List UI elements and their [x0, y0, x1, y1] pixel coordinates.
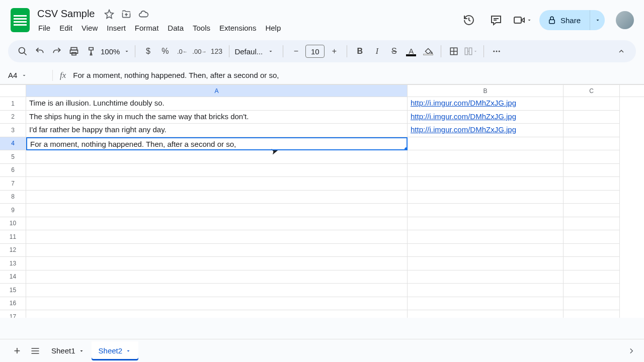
menu-format[interactable]: Format [131, 22, 163, 34]
col-header-B[interactable]: B [408, 85, 564, 97]
cell-A6[interactable] [26, 164, 408, 177]
selection-handle[interactable] [405, 147, 408, 150]
merge-button[interactable] [463, 44, 478, 59]
bold-button[interactable]: B [352, 44, 367, 59]
cell-B10[interactable] [408, 217, 564, 231]
doc-title[interactable]: CSV Sample [34, 7, 98, 21]
share-more-button[interactable] [590, 10, 605, 30]
cell-B14[interactable] [408, 270, 564, 284]
menu-tools[interactable]: Tools [189, 22, 214, 34]
cell-C13[interactable] [564, 257, 620, 270]
formula-bar[interactable]: For a moment, nothing happened. Then, af… [73, 71, 279, 79]
cell-A10[interactable] [26, 217, 408, 231]
zoom-select[interactable]: 100% [101, 47, 130, 56]
cell-B6[interactable] [408, 164, 564, 177]
col-header-C[interactable]: C [564, 85, 620, 97]
cell-B11[interactable] [408, 230, 564, 244]
cell-A1[interactable]: Time is an illusion. Lunchtime doubly so… [26, 97, 408, 111]
cell-C6[interactable] [564, 164, 620, 177]
row-header[interactable]: 13 [0, 257, 26, 270]
cell-A3[interactable]: I'd far rather be happy than right any d… [26, 124, 408, 137]
cell-A2[interactable]: The ships hung in the sky in much the sa… [26, 111, 408, 124]
name-box[interactable]: A4 [8, 71, 52, 79]
chevron-down-icon[interactable] [78, 348, 85, 354]
chevron-down-icon[interactable] [125, 348, 131, 354]
cell-C3[interactable] [564, 124, 620, 137]
cell-B7[interactable] [408, 177, 564, 191]
menu-help[interactable]: Help [261, 22, 285, 34]
all-sheets-button[interactable] [26, 342, 44, 360]
format-123-button[interactable]: 123 [209, 44, 224, 59]
menu-edit[interactable]: Edit [55, 22, 76, 34]
cell-B17[interactable] [408, 310, 564, 318]
cell-C10[interactable] [564, 217, 620, 231]
cell-A9[interactable] [26, 204, 408, 217]
cell-B4[interactable] [408, 137, 564, 151]
row-header[interactable]: 11 [0, 230, 26, 244]
cell-B1[interactable]: http://i.imgur.com/DMhZxJG.jpg [408, 97, 564, 111]
row-header[interactable]: 6 [0, 164, 26, 177]
row-header[interactable]: 14 [0, 270, 26, 284]
cell-A12[interactable] [26, 244, 408, 257]
cell-C9[interactable] [564, 204, 620, 217]
cell-C16[interactable] [564, 297, 620, 311]
menu-extensions[interactable]: Extensions [215, 22, 260, 34]
row-header[interactable]: 9 [0, 204, 26, 217]
strikethrough-button[interactable]: S [386, 44, 401, 59]
cell-C1[interactable] [564, 97, 620, 111]
redo-button[interactable] [49, 44, 64, 59]
collapse-toolbar-button[interactable] [614, 44, 629, 59]
cell-C12[interactable] [564, 244, 620, 257]
cell-A5[interactable] [26, 150, 408, 164]
cell-A14[interactable] [26, 270, 408, 284]
percent-button[interactable]: % [157, 44, 173, 59]
cell-C8[interactable] [564, 191, 620, 204]
move-icon[interactable] [120, 8, 132, 20]
menu-insert[interactable]: Insert [103, 22, 130, 34]
cell-A13[interactable] [26, 257, 408, 270]
font-size-input[interactable]: 10 [305, 45, 325, 58]
cloud-status-icon[interactable] [137, 8, 149, 20]
cell-C7[interactable] [564, 177, 620, 191]
row-header[interactable]: 2 [0, 111, 26, 124]
cell-C2[interactable] [564, 111, 620, 124]
cell-B13[interactable] [408, 257, 564, 270]
cell-B5[interactable] [408, 150, 564, 164]
cell-C5[interactable] [564, 150, 620, 164]
menu-file[interactable]: File [34, 22, 54, 34]
share-button[interactable]: Share [539, 10, 590, 30]
increase-font-button[interactable]: + [327, 44, 342, 59]
row-header[interactable]: 3 [0, 124, 26, 137]
increase-decimal-button[interactable]: .00→ [192, 44, 207, 59]
fill-color-button[interactable] [421, 44, 436, 59]
row-header[interactable]: 1 [0, 97, 26, 111]
cell-A11[interactable] [26, 230, 408, 244]
comments-icon[interactable] [486, 10, 506, 30]
sheet-tab-sheet1[interactable]: Sheet1 [44, 341, 92, 360]
cell-B2[interactable]: http://i.imgur.com/DMhZxJG.jpg [408, 111, 564, 124]
cell-C4[interactable] [564, 137, 620, 151]
sheet-tab-sheet2[interactable]: Sheet2 [92, 341, 139, 360]
cell-A7[interactable] [26, 177, 408, 191]
select-all-corner[interactable] [0, 85, 26, 97]
history-icon[interactable] [459, 10, 479, 30]
currency-button[interactable]: $ [140, 44, 155, 59]
cell-A8[interactable] [26, 191, 408, 204]
cell-A17[interactable] [26, 310, 408, 318]
star-icon[interactable] [103, 8, 115, 20]
row-header[interactable]: 17 [0, 310, 26, 318]
row-header[interactable]: 16 [0, 297, 26, 311]
cell-C14[interactable] [564, 270, 620, 284]
text-color-button[interactable]: A [404, 44, 419, 59]
paint-format-button[interactable] [84, 44, 99, 59]
row-header[interactable]: 8 [0, 191, 26, 204]
cell-B9[interactable] [408, 204, 564, 217]
menu-data[interactable]: Data [164, 22, 188, 34]
borders-button[interactable] [446, 44, 461, 59]
spreadsheet-grid[interactable]: A B C 1Time is an illusion. Lunchtime do… [0, 84, 644, 318]
search-icon[interactable] [15, 44, 30, 59]
row-header[interactable]: 10 [0, 217, 26, 231]
row-header[interactable]: 12 [0, 244, 26, 257]
cell-B3[interactable]: http://i.imgur.com/DMhZxJG.jpg [408, 124, 564, 137]
cell-C11[interactable] [564, 230, 620, 244]
